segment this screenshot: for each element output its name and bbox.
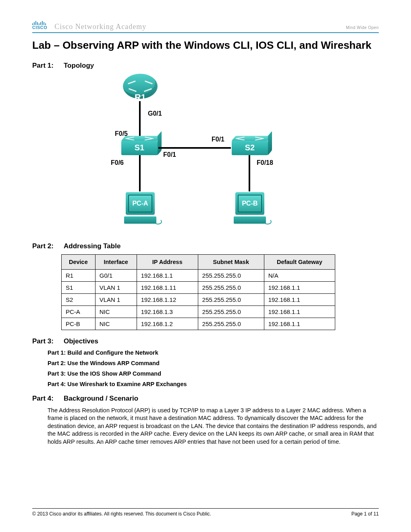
section-number: Part 4: [32, 395, 64, 403]
table-row: R1G0/1192.168.1.1255.255.255.0N/A [62, 269, 335, 281]
table-row: PC-ANIC192.168.1.3255.255.255.0192.168.1… [62, 305, 335, 318]
pc-label: PC-A [132, 200, 148, 207]
table-cell: 192.168.1.1 [264, 281, 335, 293]
page: CISCO Cisco Networking Academy Mind Wide… [0, 0, 411, 532]
table-cell: 192.168.1.1 [264, 318, 335, 330]
section-heading-topology: Part 1: Topology [32, 62, 379, 70]
table-cell: 255.255.255.0 [198, 318, 264, 330]
switch-s2: S2 [232, 141, 268, 155]
section-number: Part 3: [32, 337, 64, 345]
table-cell: 255.255.255.0 [198, 269, 264, 281]
table-cell: 192.168.1.1 [137, 269, 198, 281]
table-cell: R1 [62, 269, 95, 281]
page-number: Page 1 of 11 [351, 511, 379, 517]
col-gateway: Default Gateway [264, 254, 335, 269]
table-cell: G0/1 [95, 269, 137, 281]
port-label: F0/1 [163, 151, 176, 158]
col-interface: Interface [95, 254, 137, 269]
table-cell: 192.168.1.1 [264, 293, 335, 305]
objective-item: Part 4: Use Wireshark to Examine ARP Exc… [48, 381, 379, 387]
document-title: Lab – Observing ARP with the Windows CLI… [32, 39, 379, 52]
table-cell: PC-B [62, 318, 95, 330]
objective-item: Part 3: Use the IOS Show ARP Command [48, 370, 379, 377]
switch-label: S1 [121, 143, 158, 152]
section-title: Background / Scenario [64, 395, 138, 403]
table-cell: 255.255.255.0 [198, 281, 264, 293]
topology-diagram: R1 G0/1 F0/5 S1 F0/1 F0/1 [99, 74, 284, 235]
page-header: CISCO Cisco Networking Academy Mind Wide… [32, 22, 379, 31]
table-row: PC-BNIC192.168.1.2255.255.255.0192.168.1… [62, 318, 335, 330]
table-cell: N/A [264, 269, 335, 281]
router-r1: R1 [123, 74, 158, 99]
switch-icon: S2 [232, 141, 268, 155]
link-s1-s2 [158, 147, 231, 149]
copyright-text: © 2013 Cisco and/or its affiliates. All … [32, 511, 211, 517]
port-label: G0/1 [148, 110, 162, 117]
pc-label: PC-B [242, 200, 257, 207]
table-row: S1VLAN 1192.168.1.11255.255.255.0192.168… [62, 281, 335, 293]
section-title: Addressing Table [64, 242, 120, 250]
pc-icon: PC-B [235, 192, 264, 215]
col-mask: Subnet Mask [198, 254, 264, 269]
table-cell: NIC [95, 318, 137, 330]
page-footer: © 2013 Cisco and/or its affiliates. All … [32, 508, 379, 517]
table-cell: 255.255.255.0 [198, 305, 264, 318]
section-title: Topology [64, 62, 94, 70]
table-cell: PC-A [62, 305, 95, 318]
port-label: F0/1 [212, 136, 224, 143]
pc-icon: PC-A [126, 192, 155, 215]
table-header-row: Device Interface IP Address Subnet Mask … [62, 254, 335, 269]
objective-item: Part 2: Use the Windows ARP Command [48, 360, 379, 366]
table-row: S2VLAN 1192.168.1.12255.255.255.0192.168… [62, 293, 335, 305]
section-title: Objectives [64, 337, 98, 345]
table-cell: VLAN 1 [95, 293, 137, 305]
switch-s1: S1 [121, 141, 158, 155]
addressing-table: Device Interface IP Address Subnet Mask … [61, 254, 335, 330]
table-cell: 192.168.1.12 [137, 293, 198, 305]
table-cell: 192.168.1.11 [137, 281, 198, 293]
section-heading-addressing: Part 2: Addressing Table [32, 242, 379, 250]
col-ip: IP Address [137, 254, 198, 269]
header-divider [32, 32, 379, 33]
section-number: Part 2: [32, 242, 64, 250]
link-s1-pca [139, 155, 141, 191]
col-device: Device [62, 254, 95, 269]
table-cell: S2 [62, 293, 95, 305]
objectives-list: Part 1: Build and Configure the NetworkP… [48, 349, 379, 387]
background-paragraph: The Address Resolution Protocol (ARP) is… [48, 407, 379, 446]
section-number: Part 1: [32, 62, 64, 70]
switch-icon: S1 [121, 141, 158, 155]
host-pca: PC-A [123, 192, 158, 224]
objective-item: Part 1: Build and Configure the Network [48, 349, 379, 356]
link-s2-pcb [249, 155, 250, 191]
section-heading-background: Part 4: Background / Scenario [32, 395, 379, 403]
link-r1-s1 [139, 101, 141, 137]
table-cell: NIC [95, 305, 137, 318]
port-label: F0/6 [111, 159, 124, 166]
host-pcb: PC-B [232, 192, 267, 224]
academy-title: Cisco Networking Academy [54, 23, 338, 31]
tagline: Mind Wide Open [346, 25, 379, 30]
table-cell: 255.255.255.0 [198, 293, 264, 305]
table-cell: 192.168.1.2 [137, 318, 198, 330]
logo-text: CISCO [32, 25, 47, 30]
table-cell: 192.168.1.3 [137, 305, 198, 318]
table-cell: S1 [62, 281, 95, 293]
table-cell: VLAN 1 [95, 281, 137, 293]
switch-label: S2 [232, 143, 268, 152]
port-label: F0/18 [257, 159, 273, 166]
table-cell: 192.168.1.1 [264, 305, 335, 318]
section-heading-objectives: Part 3: Objectives [32, 337, 379, 345]
cisco-logo: CISCO [32, 22, 47, 30]
